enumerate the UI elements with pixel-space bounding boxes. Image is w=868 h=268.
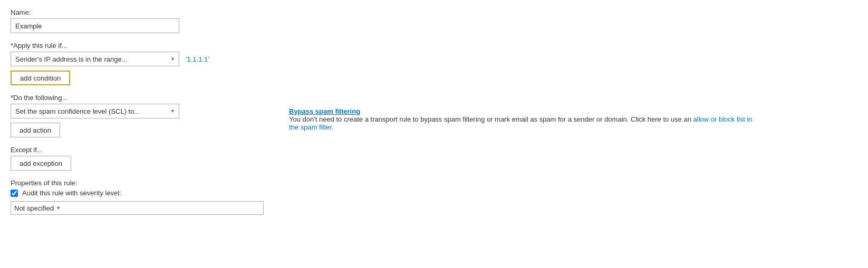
not-specified-label: Not specified	[14, 204, 54, 212]
ip-value-link[interactable]: '1.1.1.1'	[186, 55, 209, 63]
action-select[interactable]: Set the spam confidence level (SCL) to..…	[11, 104, 179, 118]
add-action-button[interactable]: add action	[11, 123, 60, 137]
audit-checkbox[interactable]	[11, 190, 18, 197]
bypass-info-section: Bypass spam filtering You don't need to …	[289, 107, 764, 131]
do-following-section: *Do the following... Set the spam confid…	[11, 94, 264, 137]
except-section: Except if... add exception	[11, 146, 264, 171]
audit-label: Audit this rule with severity level:	[22, 189, 121, 197]
bypass-description: You don't need to create a transport rul…	[289, 115, 764, 131]
action-row: Set the spam confidence level (SCL) to..…	[11, 104, 264, 118]
condition-row: Sender's IP address is in the range... '…	[11, 52, 264, 66]
add-condition-button[interactable]: add condition	[11, 71, 70, 85]
properties-label: Properties of this rule:	[11, 179, 264, 187]
action-select-wrapper: Set the spam confidence level (SCL) to..…	[11, 104, 179, 118]
bypass-spam-title[interactable]: Bypass spam filtering	[289, 107, 764, 115]
name-section: Name:	[11, 8, 264, 33]
not-specified-arrow-icon: ▼	[56, 205, 61, 211]
apply-rule-label: *Apply this rule if...	[11, 42, 264, 49]
except-label: Except if...	[11, 146, 264, 154]
name-input[interactable]	[11, 18, 179, 33]
apply-rule-section: *Apply this rule if... Sender's IP addre…	[11, 42, 264, 85]
condition-select[interactable]: Sender's IP address is in the range...	[11, 52, 179, 66]
not-specified-dropdown[interactable]: Not specified ▼	[11, 201, 264, 215]
properties-section: Properties of this rule: Audit this rule…	[11, 179, 264, 215]
do-following-label: *Do the following...	[11, 94, 264, 102]
name-label: Name:	[11, 8, 264, 16]
condition-select-wrapper: Sender's IP address is in the range...	[11, 52, 179, 66]
audit-row: Audit this rule with severity level:	[11, 189, 264, 197]
bypass-text-content: You don't need to create a transport rul…	[289, 115, 691, 123]
add-exception-button[interactable]: add exception	[11, 156, 71, 171]
right-panel: Bypass spam filtering You don't need to …	[289, 8, 764, 223]
